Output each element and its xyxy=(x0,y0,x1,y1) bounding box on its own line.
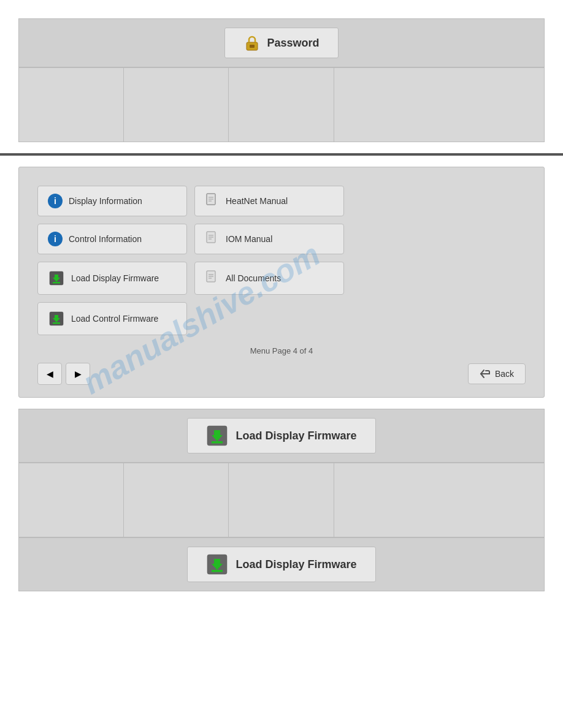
password-header: Password xyxy=(19,19,544,67)
firmware-header-box-top: Load Display Firmware xyxy=(187,418,375,453)
svg-rect-23 xyxy=(212,441,223,444)
firmware-cell-4 xyxy=(334,463,544,537)
load-control-firmware-button[interactable]: Load Control Firmware xyxy=(37,302,187,335)
display-info-button[interactable]: i Display Information xyxy=(37,186,187,216)
menu-nav-row: ◀ ▶ Back xyxy=(37,363,526,385)
firmware-header-bottom: Load Display Firmware xyxy=(19,538,544,591)
back-label: Back xyxy=(495,369,514,379)
password-section: Password xyxy=(18,18,545,142)
control-info-label: Control Information xyxy=(69,234,142,244)
firmware-section-bottom: Load Display Firmware xyxy=(18,537,545,591)
info-icon-control: i xyxy=(48,232,63,246)
doc-icon-all xyxy=(205,271,220,286)
firmware-section-top: Load Display Firmware xyxy=(18,409,545,537)
svg-rect-26 xyxy=(212,570,223,572)
iom-manual-label: IOM Manual xyxy=(226,234,272,244)
back-icon xyxy=(480,369,491,379)
load-display-firmware-button[interactable]: Load Display Firmware xyxy=(37,262,187,295)
download-icon-firmware-bottom xyxy=(206,553,228,575)
all-documents-label: All Documents xyxy=(226,273,281,283)
firmware-cell-2 xyxy=(124,463,229,537)
password-cell-4 xyxy=(334,68,544,142)
lock-icon xyxy=(243,34,261,51)
password-cell-2 xyxy=(124,68,229,142)
info-icon-display: i xyxy=(48,194,63,208)
all-documents-button[interactable]: All Documents xyxy=(194,262,344,295)
firmware-table-top xyxy=(19,463,544,537)
password-header-box: Password xyxy=(224,28,338,58)
next-button[interactable]: ▶ xyxy=(66,363,90,385)
firmware-cell-3 xyxy=(229,463,334,537)
menu-panel: i Display Information HeatNet Manual xyxy=(18,167,545,398)
firmware-cell-1 xyxy=(19,463,124,537)
heatnet-manual-label: HeatNet Manual xyxy=(226,196,288,206)
load-display-firmware-label: Load Display Firmware xyxy=(71,273,159,283)
download-icon-display xyxy=(48,270,65,287)
password-title: Password xyxy=(267,37,319,50)
divider-1 xyxy=(0,153,563,156)
display-info-label: Display Information xyxy=(69,196,142,206)
load-control-firmware-label: Load Control Firmware xyxy=(71,314,158,324)
firmware-title-top: Load Display Firmware xyxy=(236,430,356,442)
password-cell-3 xyxy=(229,68,334,142)
password-cell-1 xyxy=(19,68,124,142)
firmware-header-box-bottom: Load Display Firmware xyxy=(187,547,375,582)
heatnet-manual-button[interactable]: HeatNet Manual xyxy=(194,186,344,216)
back-button[interactable]: Back xyxy=(468,363,526,384)
doc-icon-heatnet xyxy=(205,194,220,208)
download-icon-control xyxy=(48,310,65,327)
iom-manual-button[interactable]: IOM Manual xyxy=(194,224,344,254)
menu-grid: i Display Information HeatNet Manual xyxy=(37,186,344,335)
control-info-button[interactable]: i Control Information xyxy=(37,224,187,254)
prev-button[interactable]: ◀ xyxy=(37,363,62,385)
svg-rect-20 xyxy=(53,322,60,324)
nav-arrows: ◀ ▶ xyxy=(37,363,90,385)
password-table xyxy=(19,67,544,142)
firmware-title-bottom: Load Display Firmware xyxy=(236,558,356,571)
svg-rect-13 xyxy=(53,282,60,284)
firmware-header-top: Load Display Firmware xyxy=(19,409,544,463)
menu-page-label: Menu Page 4 of 4 xyxy=(37,346,526,355)
download-icon-firmware-top xyxy=(206,425,228,447)
svg-rect-1 xyxy=(250,45,255,48)
doc-icon-iom xyxy=(205,232,220,246)
